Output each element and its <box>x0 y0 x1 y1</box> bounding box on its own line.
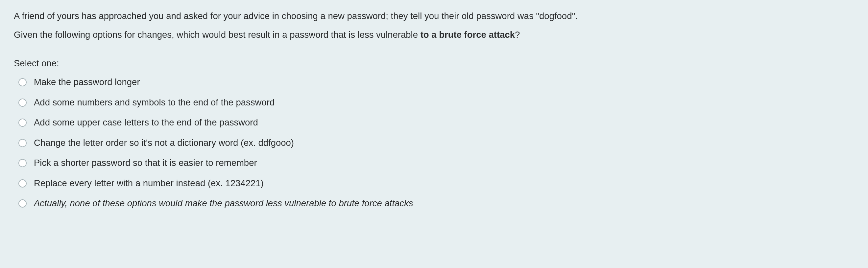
option-item: Change the letter order so it's not a di… <box>19 137 854 149</box>
option-item: Actually, none of these options would ma… <box>19 197 854 210</box>
option-label[interactable]: Add some numbers and symbols to the end … <box>34 96 275 109</box>
option-item: Replace every letter with a number inste… <box>19 177 854 190</box>
option-label[interactable]: Replace every letter with a number inste… <box>34 177 264 190</box>
radio-button[interactable] <box>19 179 27 188</box>
radio-button[interactable] <box>19 119 27 127</box>
option-label[interactable]: Actually, none of these options would ma… <box>34 197 413 210</box>
option-item: Add some upper case letters to the end o… <box>19 116 854 129</box>
question-paragraph-2: Given the following options for changes,… <box>14 28 854 42</box>
question-paragraph-1: A friend of yours has approached you and… <box>14 9 854 23</box>
option-label[interactable]: Pick a shorter password so that it is ea… <box>34 157 257 169</box>
radio-button[interactable] <box>19 139 27 147</box>
question-text-after: ? <box>515 30 520 40</box>
option-item: Pick a shorter password so that it is ea… <box>19 157 854 169</box>
option-label[interactable]: Make the password longer <box>34 76 140 89</box>
option-item: Add some numbers and symbols to the end … <box>19 96 854 109</box>
radio-button[interactable] <box>19 78 27 87</box>
question-text-before: Given the following options for changes,… <box>14 30 421 40</box>
radio-button[interactable] <box>19 99 27 107</box>
options-list: Make the password longer Add some number… <box>14 76 854 210</box>
radio-button[interactable] <box>19 159 27 167</box>
question-container: A friend of yours has approached you and… <box>0 0 868 268</box>
option-label[interactable]: Change the letter order so it's not a di… <box>34 137 294 149</box>
radio-button[interactable] <box>19 199 27 208</box>
select-one-label: Select one: <box>14 58 854 69</box>
option-label[interactable]: Add some upper case letters to the end o… <box>34 116 258 129</box>
option-item: Make the password longer <box>19 76 854 89</box>
question-text-bold: to a brute force attack <box>421 30 515 40</box>
